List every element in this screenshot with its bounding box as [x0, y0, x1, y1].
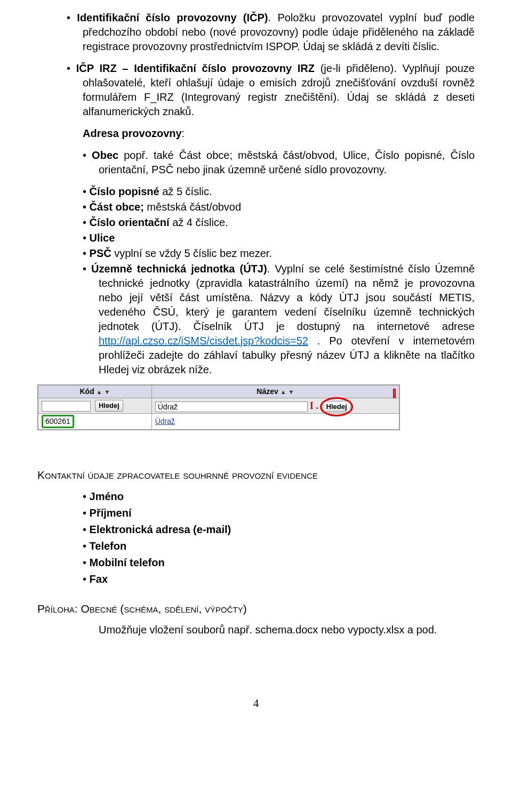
bullet-icon — [83, 186, 90, 197]
hledej-label: Hledej — [326, 403, 347, 411]
cast-item: Část obce; městská část/obvod — [37, 200, 475, 214]
cp-body: až 5 číslic. — [159, 186, 212, 197]
sort-desc-icon[interactable]: ▼ — [104, 389, 110, 395]
result-nazev-link[interactable]: Údraž — [155, 417, 175, 425]
col-nazev-header[interactable]: Název ▲ ▼ ‖ — [151, 385, 399, 398]
bullet-icon — [67, 12, 77, 23]
bullet-icon — [83, 557, 90, 568]
hledej-button-nazev[interactable]: Hledej — [323, 401, 351, 413]
co-item: Číslo orientační až 4 číslice. — [37, 215, 475, 230]
psc-item: PSČ vyplní se vždy 5 číslic bez mezer. — [37, 246, 475, 261]
cast-label: Část obce; — [90, 201, 144, 213]
jmeno-label: Jméno — [90, 491, 124, 502]
obec-item: Obec popř. také Část obce; městská část/… — [37, 148, 475, 177]
contact-list: Jméno Příjmení Elektronická adresa (e-ma… — [37, 489, 475, 586]
priloha-body: Umožňuje vložení souborů např. schema.do… — [37, 623, 475, 637]
page-number: 4 — [37, 696, 475, 711]
psc-body: vyplní se vždy 5 číslic bez mezer. — [111, 247, 272, 259]
bullet-icon — [83, 216, 90, 228]
icp-irz-paren: (je-li přiděleno) — [315, 62, 394, 74]
bullet-icon — [83, 524, 90, 535]
cp-item: Číslo popisné až 5 číslic. — [37, 184, 475, 199]
ulice-label: Ulice — [90, 232, 115, 244]
bullet-icon — [83, 247, 90, 259]
table-filter-row: Hledej Údraž I . Hledej — [38, 398, 399, 414]
bullet-icon — [83, 540, 90, 552]
list-item: Příjmení — [37, 506, 475, 520]
bullet-icon — [83, 263, 91, 275]
col-nazev-text: Název — [257, 387, 278, 396]
cp-label: Číslo popisné — [90, 186, 159, 197]
bullet-icon — [83, 573, 90, 585]
obec-label: Obec — [92, 149, 118, 161]
search-table: Kód ▲ ▼ Název ▲ ▼ ‖ Hledej Údraž — [37, 384, 400, 430]
col-kod-header[interactable]: Kód ▲ ▼ — [38, 385, 151, 398]
result-kod-value: 600261 — [42, 415, 74, 428]
prijmeni-label: Příjmení — [90, 507, 132, 519]
list-item: Mobilní telefon — [37, 556, 475, 570]
fax-label: Fax — [90, 573, 108, 585]
bullet-icon — [83, 149, 92, 161]
sort-asc-icon[interactable]: ▲ — [281, 389, 286, 395]
list-item: Jméno — [37, 489, 475, 504]
search-illustration: Kód ▲ ▼ Název ▲ ▼ ‖ Hledej Údraž — [37, 384, 475, 430]
sort-asc-icon[interactable]: ▲ — [97, 389, 102, 395]
nazev-filter-cell: Údraž I . Hledej — [151, 398, 399, 414]
email-label: Elektronická adresa (e-mail) — [90, 524, 231, 535]
kod-input[interactable] — [42, 401, 91, 412]
kod-filter-cell: Hledej — [38, 398, 151, 414]
list-item: Fax — [37, 572, 475, 586]
utj-label: Územně technická jednotka (ÚTJ) — [91, 263, 267, 275]
psc-label: PSČ — [90, 247, 111, 259]
table-result-row: 600261 Údraž — [38, 414, 399, 430]
sort-desc-icon[interactable]: ▼ — [289, 389, 294, 395]
cast-body: městská část/obvod — [144, 201, 241, 213]
icp-irz-paragraph: IČP IRZ – Identifikační číslo provozovny… — [37, 61, 475, 119]
address-heading: Adresa provozovny: — [37, 126, 475, 141]
bullet-icon — [83, 507, 90, 519]
icp-irz-label: IČP IRZ – Identifikační číslo provozovny… — [76, 62, 315, 74]
list-item: Elektronická adresa (e-mail) — [37, 522, 475, 537]
bullet-icon — [83, 201, 90, 213]
result-nazev-cell: Údraž — [151, 414, 399, 430]
mobil-label: Mobilní telefon — [90, 557, 165, 568]
nazev-input[interactable]: Údraž — [155, 401, 308, 412]
document-page: Identifikační číslo provozovny (IČP). Po… — [0, 0, 512, 732]
bullet-icon — [83, 491, 90, 502]
list-item: Telefon — [37, 539, 475, 553]
col-kod-text: Kód — [79, 387, 94, 396]
obec-body: popř. také Část obce; městská část/obvod… — [99, 149, 475, 175]
address-heading-text: Adresa provozovny — [83, 127, 182, 139]
red-annotation-number: I . — [310, 400, 318, 411]
icp-label: Identifikační číslo provozovny (IČP) — [77, 12, 268, 23]
table-header-row: Kód ▲ ▼ Název ▲ ▼ ‖ — [38, 385, 399, 398]
bullet-icon — [67, 62, 76, 74]
kontakt-heading: Kontaktní údaje zpracovatele souhrnné pr… — [37, 468, 475, 483]
utj-link[interactable]: http://apl.czso.cz/iSMS/cisdet.jsp?kodci… — [99, 335, 308, 347]
ulice-item: Ulice — [37, 231, 475, 245]
co-body: až 4 číslice. — [170, 216, 228, 228]
co-label: Číslo orientační — [90, 216, 170, 228]
priloha-heading: Příloha: Obecné (schéma, sdělení, výpočt… — [37, 601, 475, 616]
telefon-label: Telefon — [90, 540, 127, 552]
bullet-icon — [83, 232, 90, 244]
utj-item: Územně technická jednotka (ÚTJ). Vyplní … — [37, 262, 475, 377]
hledej-button-kod[interactable]: Hledej — [95, 400, 123, 412]
icp-paragraph: Identifikační číslo provozovny (IČP). Po… — [37, 11, 475, 54]
result-kod-cell: 600261 — [38, 414, 151, 430]
